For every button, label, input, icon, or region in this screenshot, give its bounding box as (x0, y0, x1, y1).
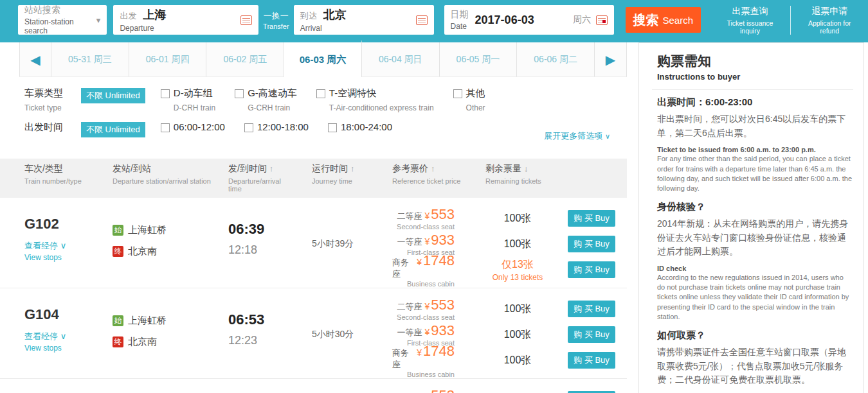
departure-time-label-cn: 出发时间 (24, 121, 81, 134)
more-filters-label: 展开更多筛选项 (544, 131, 602, 141)
refund-application-link[interactable]: 退票申请 Application for refund (790, 6, 868, 35)
checkbox-icon[interactable] (244, 123, 253, 132)
filter-d-crh-train[interactable]: D-动车组 D-CRH train (161, 87, 215, 112)
date-tab-0604[interactable]: 06-04 周日 (362, 42, 440, 77)
filter-time-evening[interactable]: 18:00-24:00 (328, 121, 392, 132)
terminus-badge: 终 (113, 246, 123, 257)
section-heading-cn: 身份核验？ (657, 201, 853, 213)
filter-g-crh-train[interactable]: G-高速动车 G-CRH train (235, 87, 297, 112)
date-tab-0601[interactable]: 06-01 周四 (129, 42, 207, 77)
departure-time: 06:39 (228, 218, 296, 240)
section-heading-en: Ticket to be issued from 6:00 a.m. to 23… (657, 146, 853, 153)
date-field[interactable]: 日期 Date 2017-06-03 周六 (444, 5, 615, 35)
terminus-station: 北京南 (128, 336, 157, 348)
checkbox-icon[interactable] (328, 123, 337, 132)
train-row-g102: G102 查看经停 ∨ View stops 始上海虹桥 终北京南 06:39 … (0, 198, 627, 288)
checkbox-icon[interactable] (161, 89, 170, 98)
search-type-select[interactable]: 站站搜索 Station-station search ▾ (18, 5, 107, 35)
ticket-type-label-en: Ticket type (24, 103, 81, 112)
sort-up-icon: ↑ (269, 164, 274, 173)
section-body-cn: 请携带购票证件去全国任意车站窗口取票（异地取票收费5元/张）；代售点取票加收5元… (657, 345, 853, 387)
departure-label-cn: 出发 (120, 10, 136, 22)
calendar-icon[interactable] (596, 15, 608, 25)
departure-time-unlimited-badge[interactable]: 不限 Unlimited (81, 122, 145, 137)
expand-more-filters-link[interactable]: 展开更多筛选项 ∨ (544, 130, 614, 142)
view-stops-link-en[interactable]: View stops (24, 253, 100, 262)
departure-time: 06:53 (228, 309, 296, 330)
checkbox-icon[interactable] (316, 89, 325, 98)
train-number: G104 (24, 306, 100, 323)
swap-icon: 一换一 (261, 10, 291, 22)
prev-dates-button[interactable]: ◀ (19, 42, 51, 77)
departure-label-en: Departure (120, 24, 240, 33)
col-remaining-sortable[interactable]: 剩余票量 ↓ Remaining tickets (479, 163, 556, 193)
view-stops-link[interactable]: 查看经停 ∨ (24, 240, 100, 252)
col-duration-sortable[interactable]: 运行时间 ↑ Journey time (296, 163, 376, 193)
checkbox-icon[interactable] (235, 89, 244, 98)
arrival-field[interactable]: 到达 北京 Arrival (294, 5, 434, 35)
link-label-cn: 出票查询 (718, 6, 783, 17)
checkbox-icon[interactable] (161, 123, 170, 132)
chevron-down-icon: ▾ (96, 15, 101, 25)
buy-button[interactable]: 购 买 Buy (568, 210, 615, 227)
remaining-tickets-low: 仅13张Only 13 tickets (479, 257, 556, 283)
date-tab-0606[interactable]: 06-06 周二 (517, 42, 595, 77)
ticket-type-filter-row: 车票类型 Ticket type 不限 Unlimited D-动车组 D-CR… (24, 87, 614, 112)
col-stations: 发站/到站 Departure station/arrival station (100, 163, 212, 193)
date-tab-0605[interactable]: 06-05 周一 (440, 42, 518, 77)
origin-badge: 始 (113, 225, 123, 236)
checkbox-icon[interactable] (453, 89, 462, 98)
ticket-type-label-cn: 车票类型 (24, 87, 81, 100)
station-picker-icon[interactable] (416, 15, 428, 25)
filter-label-cn: 12:00-18:00 (257, 121, 309, 132)
view-stops-link[interactable]: 查看经停 ∨ (24, 331, 100, 342)
date-tab-0531[interactable]: 05-31 周三 (51, 42, 129, 77)
results-table-header: 车次/类型 Train number/type 发站/到站 Departure … (0, 159, 627, 198)
seat-price: 二等座¥553 Second-class seat (392, 205, 455, 231)
buy-button[interactable]: 购 买 Buy (568, 301, 615, 317)
buy-button[interactable]: 购 买 Buy (568, 236, 615, 252)
seat-price: 二等座¥553 Second-class seat (392, 387, 455, 393)
arrival-label-en: Arrival (300, 24, 416, 33)
buy-button[interactable]: 购 买 Buy (568, 352, 615, 369)
link-label-en: Application for refund (799, 19, 860, 35)
buy-button[interactable]: 购 买 Buy (568, 261, 615, 278)
next-dates-button[interactable]: ▶ (595, 42, 627, 77)
col-times-sortable[interactable]: 发/到时间 ↑ Departure/arrival time (212, 163, 296, 193)
station-picker-icon[interactable] (240, 15, 252, 25)
date-tab-0603-active[interactable]: 06-03 周六 (284, 40, 362, 77)
remaining-tickets: 100张 (479, 205, 556, 231)
buy-button[interactable]: 购 买 Buy (568, 326, 615, 343)
origin-badge: 始 (113, 315, 123, 326)
arrival-value[interactable]: 北京 (323, 7, 347, 22)
filter-label-cn: G-高速动车 (248, 87, 297, 100)
departure-value[interactable]: 上海 (143, 7, 166, 22)
link-label-cn: 退票申请 (799, 6, 860, 17)
date-tab-0602[interactable]: 06-02 周五 (206, 42, 284, 77)
filter-label-en: T-Air-conditioned express train (329, 103, 434, 112)
instructions-title-en: Instructions to buyer (657, 72, 853, 82)
view-stops-link-en[interactable]: View stops (24, 344, 100, 353)
search-button[interactable]: 搜索 Search (626, 7, 700, 33)
search-button-label-en: Search (663, 15, 694, 26)
section-heading-en: ID check (657, 265, 853, 272)
journey-time: 5小时30分 (312, 329, 354, 340)
arrival-label-cn: 到达 (300, 10, 317, 22)
search-type-label-cn: 站站搜索 (24, 4, 96, 16)
ticket-type-unlimited-badge[interactable]: 不限 Unlimited (81, 88, 145, 103)
section-heading-cn: 出票时间：6:00-23:00 (657, 96, 853, 109)
link-label-en: Ticket issuance inquiry (718, 19, 783, 35)
arrow-left-icon: ◀ (30, 52, 40, 67)
section-heading-cn: 如何取票？ (657, 329, 853, 342)
swap-stations-button[interactable]: 一换一 Transfer (261, 10, 291, 30)
filter-time-afternoon[interactable]: 12:00-18:00 (244, 121, 309, 132)
ticket-issuance-inquiry-link[interactable]: 出票查询 Ticket issuance inquiry (710, 6, 791, 35)
filter-label-en: G-CRH train (248, 103, 297, 112)
filter-other[interactable]: 其他 Other (453, 87, 485, 112)
filter-time-morning[interactable]: 06:00-12:00 (161, 121, 225, 132)
col-price-sortable[interactable]: 参考票价 ↑ Reference ticket price (376, 163, 479, 193)
filter-t-express-train[interactable]: T-空调特快 T-Air-conditioned express train (316, 87, 434, 112)
departure-time-filter-row: 出发时间 不限 Unlimited 06:00-12:00 12:00-18:0… (24, 121, 614, 142)
departure-field[interactable]: 出发 上海 Departure (113, 5, 258, 35)
date-value[interactable]: 2017-06-03 (475, 13, 534, 27)
